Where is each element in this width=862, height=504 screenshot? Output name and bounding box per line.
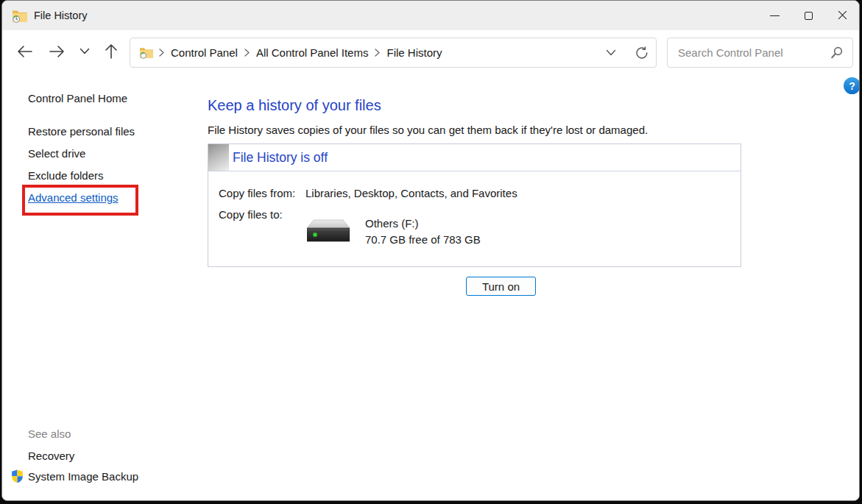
back-button[interactable] <box>13 30 36 72</box>
drive-free-space: 70.7 GB free of 783 GB <box>365 233 481 246</box>
copy-to-label: Copy files to: <box>219 208 283 221</box>
search-icon[interactable] <box>830 46 843 59</box>
copy-from-label: Copy files from: <box>219 187 295 199</box>
forward-icon <box>49 45 65 58</box>
status-text: File History is off <box>233 144 328 171</box>
maximize-icon <box>805 12 813 20</box>
question-mark-icon: ? <box>849 80 855 92</box>
breadcrumb-chevron-icon[interactable] <box>370 49 385 57</box>
sidebar-item-advanced-settings[interactable]: Advanced settings <box>28 191 119 204</box>
sidebar-item-recovery[interactable]: Recovery <box>28 450 74 462</box>
page-title: Keep a history of your files <box>208 97 381 114</box>
breadcrumb-chevron-icon[interactable] <box>239 49 255 57</box>
search-box <box>667 38 853 68</box>
breadcrumb-file-history[interactable]: File History <box>385 46 443 59</box>
sidebar-item-select-drive[interactable]: Select drive <box>28 147 85 160</box>
refresh-icon <box>635 46 649 60</box>
back-icon <box>17 45 32 58</box>
close-icon <box>838 11 847 21</box>
breadcrumb-control-panel[interactable]: Control Panel <box>169 46 239 59</box>
sidebar-item-control-panel-home[interactable]: Control Panel Home <box>28 92 127 104</box>
drive-name: Others (F:) <box>365 217 419 230</box>
sidebar-item-restore-personal-files[interactable]: Restore personal files <box>28 125 135 138</box>
maximize-button[interactable] <box>791 1 825 30</box>
up-arrow-icon <box>105 43 118 59</box>
up-button[interactable] <box>100 30 122 72</box>
window-title: File History <box>34 10 88 21</box>
title-bar: File History <box>2 1 859 30</box>
minimize-button[interactable] <box>757 1 791 30</box>
file-history-app-icon <box>12 9 28 23</box>
page-description: File History saves copies of your files … <box>208 124 648 136</box>
breadcrumb-chevron-icon[interactable] <box>154 49 169 57</box>
search-input[interactable] <box>668 46 830 59</box>
sidebar-item-exclude-folders[interactable]: Exclude folders <box>28 169 104 182</box>
file-history-window: File History <box>1 0 860 501</box>
window-controls <box>757 1 859 30</box>
help-button[interactable]: ? <box>844 77 860 94</box>
see-also-label: See also <box>28 427 71 440</box>
content-area: Control Panel Home Restore personal file… <box>2 72 859 500</box>
address-bar-actions <box>606 46 649 60</box>
status-glyph-icon <box>208 144 229 171</box>
close-button[interactable] <box>825 1 859 30</box>
status-panel-header: File History is off <box>208 144 741 171</box>
chevron-down-icon <box>80 48 90 54</box>
refresh-button[interactable] <box>635 46 649 60</box>
chevron-down-icon <box>606 49 616 56</box>
minimize-icon <box>770 15 780 16</box>
address-dropdown-button[interactable] <box>606 49 616 56</box>
forward-button[interactable] <box>45 30 68 72</box>
sidebar-item-system-image-backup[interactable]: System Image Backup <box>28 470 138 483</box>
copy-from-value: Libraries, Desktop, Contacts, and Favori… <box>305 187 517 199</box>
address-folder-icon <box>139 46 154 59</box>
recent-pages-button[interactable] <box>75 30 94 72</box>
address-bar[interactable]: Control Panel All Control Panel Items Fi… <box>130 38 657 68</box>
file-history-status-panel: File History is off Copy files from: Lib… <box>208 143 741 267</box>
hard-drive-icon <box>307 219 350 243</box>
navigation-bar: Control Panel All Control Panel Items Fi… <box>2 30 859 72</box>
uac-shield-icon <box>11 469 24 483</box>
breadcrumb-all-items[interactable]: All Control Panel Items <box>255 46 370 59</box>
turn-on-button[interactable]: Turn on <box>466 277 536 296</box>
